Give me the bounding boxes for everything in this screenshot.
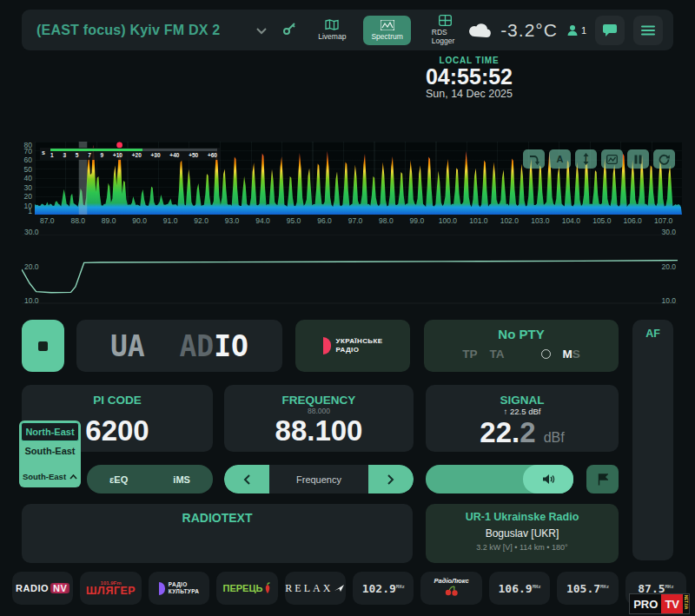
af-list-panel: AF xyxy=(632,320,673,560)
x-tick: 97.0 xyxy=(348,216,363,225)
preset-shlyager[interactable]: 101.9FmШЛЯГЕР xyxy=(80,572,141,605)
admin-key-icon[interactable] xyxy=(282,21,297,39)
station-location: Boguslav [UKR] xyxy=(426,527,619,540)
preset-relax[interactable]: RELAX xyxy=(285,572,346,605)
preset-freq-102.9[interactable]: 102.9MHz xyxy=(353,572,414,605)
s-meter-ticks: 13579+10+20+30+40+50+60 xyxy=(50,152,217,158)
radio-nv-logo: RADIONV xyxy=(16,583,70,593)
signal-graph-tick-10-left: 10.0 xyxy=(24,296,39,305)
x-tick: 106.0 xyxy=(624,216,642,225)
dropdown-option[interactable]: South-East xyxy=(21,441,79,460)
volume-slider[interactable] xyxy=(426,465,573,493)
server-title: (EAST focus) Kyiv FM DX 2 xyxy=(36,23,220,38)
signal-value: 22.2 dBf xyxy=(426,418,619,447)
signal-graph-tick-10-right: 10.0 xyxy=(661,296,676,305)
eq-toggle[interactable]: εEQ xyxy=(109,474,128,485)
signal-value-int: 22. xyxy=(480,416,520,448)
nav-rds-logger[interactable]: RDS Logger xyxy=(432,15,459,45)
pause-button[interactable] xyxy=(627,149,649,169)
frequency-up-button[interactable] xyxy=(368,465,414,493)
x-tick: 89.0 xyxy=(102,216,116,225)
pi-code-label: PI CODE xyxy=(22,394,213,407)
x-tick: 104.0 xyxy=(562,216,580,225)
radiotext-label: RADIOTEXT xyxy=(22,511,413,525)
x-tick: 95.0 xyxy=(287,216,301,225)
relax-logo: RELAX xyxy=(285,582,345,595)
frequency-value[interactable]: 88.100 xyxy=(224,416,414,445)
ta-flag: TA xyxy=(490,348,505,361)
x-tick: 96.0 xyxy=(317,216,332,225)
s-meter: s 13579+10+20+30+40+50+60 xyxy=(40,148,221,160)
frequency-panel: FREQUENCY 88.000 88.100 xyxy=(224,385,414,452)
chevron-right-icon xyxy=(387,474,394,485)
station-logo-text: УКРАЇНСЬКЕ РАДІО xyxy=(336,337,383,354)
s-meter-tick: 7 xyxy=(88,152,91,158)
x-tick: 107.0 xyxy=(654,216,672,225)
ps-display: UA ADIO xyxy=(110,329,248,363)
chevron-up-icon xyxy=(70,474,77,480)
signal-graph xyxy=(22,235,678,304)
pty-flags-panel: No PTY TP TA MS xyxy=(424,320,619,372)
y-tick: 40 xyxy=(24,174,32,182)
preset-lux[interactable]: РадіоЛюкс xyxy=(420,572,481,605)
menu-button[interactable] xyxy=(633,16,663,45)
ims-toggle[interactable]: iMS xyxy=(173,474,190,485)
frequency-stepper: Frequency xyxy=(224,465,414,493)
s-meter-tick: +10 xyxy=(113,152,122,158)
x-tick: 93.0 xyxy=(225,216,240,225)
refresh-button[interactable] xyxy=(653,149,675,169)
cherries-icon xyxy=(443,586,460,596)
table-grid-icon xyxy=(439,15,452,26)
dropdown-option[interactable]: North-East xyxy=(21,422,79,441)
s-meter-tick: +60 xyxy=(208,152,217,158)
frequency-down-button[interactable] xyxy=(224,465,269,493)
spectrum-graph-button[interactable] xyxy=(601,149,623,169)
nav-rds-logger-label: RDS Logger xyxy=(432,28,459,45)
s-meter-tick: 3 xyxy=(63,152,66,158)
protv-logo: PRO TV NET.UA xyxy=(629,593,690,614)
ms-flag: MS xyxy=(563,346,580,361)
s-meter-bar xyxy=(50,149,217,151)
signal-unit: dBf xyxy=(544,430,565,445)
tp-flag: TP xyxy=(462,348,477,361)
antenna-direction-dropdown: North-EastSouth-East South-East xyxy=(19,421,81,487)
preset-freq-106.9[interactable]: 106.9MHz xyxy=(489,572,550,605)
y-tick: 30 xyxy=(24,183,32,192)
spectrum-plot[interactable]: s 13579+10+20+30+40+50+60 A xyxy=(35,142,682,215)
weather-cloud-icon xyxy=(467,23,492,37)
chevron-left-icon xyxy=(243,474,250,485)
direction-selected-value: South-East xyxy=(23,472,66,481)
nav-livemap[interactable]: Livemap xyxy=(318,19,346,41)
preset-kultura[interactable]: РАДІОКУЛЬТУРА xyxy=(149,572,209,605)
ps-segment: IO xyxy=(214,329,248,363)
y-tick: 20 xyxy=(24,192,32,201)
protv-logo-netua: NET.UA xyxy=(683,594,689,613)
spectrum-icon xyxy=(381,20,394,30)
signal-threshold-button[interactable] xyxy=(523,149,545,169)
stepper-mode-label[interactable]: Frequency xyxy=(269,465,368,493)
direction-select[interactable]: South-East xyxy=(21,468,79,485)
stop-audio-button[interactable] xyxy=(22,320,64,372)
signal-graph-tick-20-right: 20.0 xyxy=(661,262,676,271)
frequency-label: FREQUENCY xyxy=(224,394,414,407)
report-flag-button[interactable] xyxy=(586,465,619,493)
x-tick: 90.0 xyxy=(132,216,147,225)
preset-perets[interactable]: ПЕРЕЦЬ xyxy=(216,572,277,605)
vertical-zoom-button[interactable] xyxy=(575,149,597,169)
station-details: 3.2 kW [V] • 114 km • 180° xyxy=(426,543,619,552)
arrow-icon xyxy=(334,584,345,593)
signal-graph-tick-30-right: 30.0 xyxy=(661,228,676,236)
autoscale-button[interactable]: A xyxy=(549,149,571,169)
preset-radionv[interactable]: RADIONV xyxy=(12,572,73,605)
chat-button[interactable] xyxy=(595,16,625,45)
volume-slider-thumb[interactable] xyxy=(523,465,573,493)
spectrum-controls: A xyxy=(523,149,675,169)
listeners-number: 1 xyxy=(581,25,586,36)
s-meter-tick: +50 xyxy=(189,152,198,158)
spectrum-y-axis: 80706050403020101 xyxy=(16,142,32,215)
signal-value-dec: 2 xyxy=(520,416,535,448)
pty-value: No PTY xyxy=(424,327,619,341)
nav-spectrum[interactable]: Spectrum xyxy=(363,16,410,45)
preset-freq-105.7[interactable]: 105.7MHz xyxy=(557,572,618,605)
chevron-down-icon[interactable] xyxy=(256,23,267,38)
